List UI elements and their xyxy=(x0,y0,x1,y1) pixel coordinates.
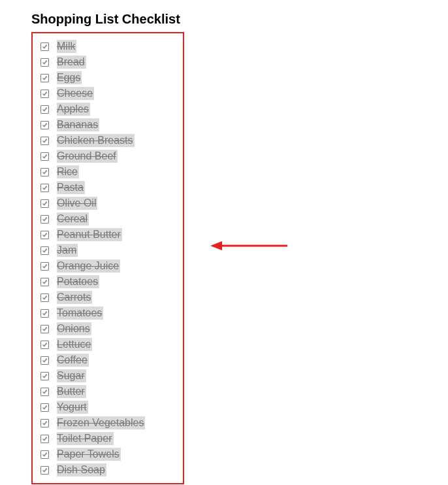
list-item-label: Toilet Paper xyxy=(57,432,114,445)
checkbox[interactable] xyxy=(40,121,49,129)
list-item-label: Chicken Breasts xyxy=(57,134,135,147)
annotation-arrow xyxy=(210,239,287,252)
list-item-label: Bananas xyxy=(57,118,99,131)
list-item-label: Cheese xyxy=(57,87,94,100)
list-item: Pasta xyxy=(40,180,171,195)
checkbox[interactable] xyxy=(40,199,49,208)
checkbox[interactable] xyxy=(40,325,49,333)
list-item: Rice xyxy=(40,164,171,180)
checkbox[interactable] xyxy=(40,419,49,427)
list-item-label: Tomatoes xyxy=(57,307,103,320)
list-item-label: Jam xyxy=(57,244,78,257)
list-item: Onions xyxy=(40,321,171,337)
checkbox[interactable] xyxy=(40,42,49,51)
list-item: Yogurt xyxy=(40,399,171,415)
list-item: Olive Oil xyxy=(40,195,171,211)
list-item: Chicken Breasts xyxy=(40,133,171,148)
list-item: Peanut Butter xyxy=(40,227,171,242)
checkbox[interactable] xyxy=(40,403,49,412)
list-item: Bread xyxy=(40,54,171,70)
list-item: Potatoes xyxy=(40,274,171,290)
list-item-label: Eggs xyxy=(57,71,82,84)
checkbox[interactable] xyxy=(40,372,49,380)
list-item: Toilet Paper xyxy=(40,431,171,446)
list-item-label: Carrots xyxy=(57,291,92,304)
list-item-label: Rice xyxy=(57,165,79,178)
list-item-label: Ground Beef xyxy=(57,150,118,163)
list-item: Paper Towels xyxy=(40,446,171,462)
list-item-label: Lettuce xyxy=(57,338,92,351)
checkbox[interactable] xyxy=(40,215,49,224)
checkbox[interactable] xyxy=(40,58,49,67)
checkbox[interactable] xyxy=(40,293,49,302)
checklist-container: MilkBreadEggsCheeseApplesBananasChicken … xyxy=(31,32,184,484)
list-item-label: Butter xyxy=(57,385,86,398)
list-item: Coffee xyxy=(40,352,171,368)
svg-marker-1 xyxy=(210,241,222,250)
checkbox[interactable] xyxy=(40,466,49,475)
checkbox[interactable] xyxy=(40,450,49,459)
list-item: Dish Soap xyxy=(40,462,171,478)
list-item: Cereal xyxy=(40,211,171,227)
list-item: Tomatoes xyxy=(40,305,171,321)
checkbox[interactable] xyxy=(40,246,49,255)
list-item: Bananas xyxy=(40,117,171,133)
checkbox[interactable] xyxy=(40,152,49,161)
list-item: Lettuce xyxy=(40,337,171,352)
list-item-label: Pasta xyxy=(57,181,85,194)
list-item: Cheese xyxy=(40,86,171,101)
list-item: Butter xyxy=(40,384,171,399)
checkbox[interactable] xyxy=(40,309,49,318)
list-item-label: Coffee xyxy=(57,354,89,367)
list-item-label: Cereal xyxy=(57,212,89,226)
list-item-label: Sugar xyxy=(57,369,86,382)
list-item: Ground Beef xyxy=(40,148,171,164)
list-item: Apples xyxy=(40,101,171,117)
list-item-label: Peanut Butter xyxy=(57,228,122,241)
list-item-label: Onions xyxy=(57,322,91,335)
checkbox[interactable] xyxy=(40,341,49,349)
list-item-label: Olive Oil xyxy=(57,197,97,210)
checkbox[interactable] xyxy=(40,74,49,82)
checkbox[interactable] xyxy=(40,262,49,271)
list-item-label: Milk xyxy=(57,40,76,53)
list-item-label: Orange Juice xyxy=(57,259,120,273)
checkbox[interactable] xyxy=(40,388,49,396)
list-item: Jam xyxy=(40,242,171,258)
checkbox[interactable] xyxy=(40,356,49,365)
list-item: Frozen Vegetables xyxy=(40,415,171,431)
list-item: Carrots xyxy=(40,290,171,305)
checkbox[interactable] xyxy=(40,105,49,114)
list-item-label: Dish Soap xyxy=(57,463,106,477)
checkbox[interactable] xyxy=(40,435,49,443)
checkbox[interactable] xyxy=(40,137,49,145)
list-item-label: Apples xyxy=(57,103,90,116)
checkbox[interactable] xyxy=(40,90,49,98)
list-item-label: Potatoes xyxy=(57,275,99,288)
list-item-label: Bread xyxy=(57,56,86,69)
list-item-label: Frozen Vegetables xyxy=(57,416,145,429)
checkbox[interactable] xyxy=(40,184,49,192)
checkbox[interactable] xyxy=(40,168,49,176)
list-item-label: Paper Towels xyxy=(57,448,121,461)
list-item: Sugar xyxy=(40,368,171,384)
page-title: Shopping List Checklist xyxy=(31,12,448,27)
checkbox[interactable] xyxy=(40,278,49,286)
checkbox[interactable] xyxy=(40,231,49,239)
list-item: Eggs xyxy=(40,70,171,86)
list-item: Milk xyxy=(40,39,171,54)
list-item-label: Yogurt xyxy=(57,401,88,414)
list-item: Orange Juice xyxy=(40,258,171,274)
